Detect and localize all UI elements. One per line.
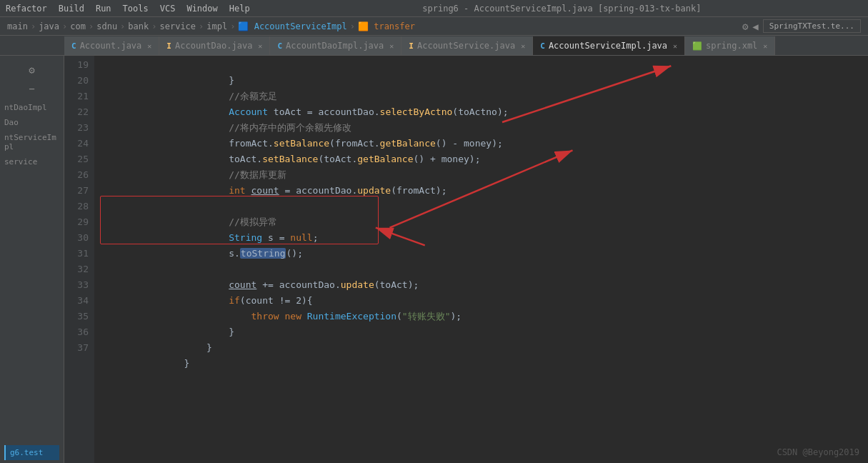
tab-bar: C Account.java ✕ I AccountDao.java ✕ C A… <box>0 36 868 56</box>
tab-close-icon[interactable]: ✕ <box>673 42 677 50</box>
sidebar: ⚙ − ntDaoImpl Dao ntServiceImpl service … <box>0 56 64 463</box>
breadcrumb-sdnu[interactable]: sdnu <box>96 21 117 31</box>
settings-icon[interactable]: ⚙ <box>24 61 41 79</box>
breadcrumb-method[interactable]: 🟧 transfer <box>358 21 415 31</box>
watermark: CSDN @Beyong2019 <box>777 447 859 457</box>
sidebar-item-g6test[interactable]: g6.test <box>4 445 59 460</box>
sidebar-item-service[interactable]: service <box>0 154 64 169</box>
code-line-22: //将内存中的两个余额先修改 <box>106 104 868 120</box>
tab-close-icon[interactable]: ✕ <box>521 42 525 50</box>
window-title: spring6 - AccountServiceImpl.java [sprin… <box>261 4 862 14</box>
code-line-29: String s = null; <box>106 214 868 230</box>
breadcrumb-service[interactable]: service <box>159 21 196 31</box>
code-line-24: toAct.setBalance(toAct.getBalance() + mo… <box>106 136 868 151</box>
tab-accountdaoimpl-java[interactable]: C AccountDaoImpl.java ✕ <box>270 36 401 55</box>
tab-close-icon[interactable]: ✕ <box>147 42 151 50</box>
tab-icon-c: C <box>71 41 76 51</box>
breadcrumb-right-area: ⚙ ◀ SpringTXTest.te... <box>742 19 861 33</box>
menu-item-help[interactable]: Help <box>229 4 250 14</box>
tab-accountserviceimpl-java[interactable]: C AccountServiceImpl.java ✕ <box>533 36 685 55</box>
breadcrumb-class[interactable]: 🟦 AccountServiceImpl <box>238 21 346 31</box>
tab-close-icon[interactable]: ✕ <box>763 42 767 50</box>
tab-accountdao-java[interactable]: I AccountDao.java ✕ <box>159 36 270 55</box>
navigation-icon[interactable]: ⚙ <box>742 21 748 32</box>
breadcrumb-java[interactable]: java <box>39 21 59 31</box>
breadcrumb-bar: main › java › com › sdnu › bank › servic… <box>0 17 868 36</box>
spring-tx-test-tab[interactable]: SpringTXTest.te... <box>763 19 861 33</box>
menu-item-window[interactable]: Window <box>186 4 217 14</box>
tab-label: AccountDaoImpl.java <box>286 41 384 51</box>
breadcrumb-main[interactable]: main <box>7 21 28 31</box>
code-line-32: count += accountDao.update(toAct); <box>106 262 868 277</box>
tab-close-icon[interactable]: ✕ <box>258 42 262 50</box>
menu-item-build[interactable]: Build <box>59 4 84 14</box>
sidebar-item-dao[interactable]: Dao <box>0 115 64 130</box>
code-line-28: //模拟异常 <box>106 199 868 214</box>
code-line-21: Account toAct = accountDao.selectByActno… <box>106 89 868 104</box>
code-line-35: } <box>106 309 868 324</box>
menu-item-tools[interactable]: Tools <box>123 4 149 14</box>
code-line-25: //数据库更新 <box>106 151 868 167</box>
code-area[interactable]: 19 20 21 22 23 24 25 26 27 28 29 30 31 3… <box>64 56 868 463</box>
code-line-26: int count = accountDao.update(fromAct); <box>106 167 868 183</box>
code-line-36: } <box>106 324 868 340</box>
tab-label: Account.java <box>80 41 142 51</box>
tab-icon-c: C <box>540 41 545 51</box>
code-line-19: } <box>106 57 868 73</box>
code-line-27 <box>106 183 868 199</box>
tab-label: AccountDao.java <box>175 41 252 51</box>
tab-label: spring.xml <box>706 41 757 51</box>
code-line-33: if(count != 2){ <box>106 277 868 293</box>
tab-icon-c: C <box>277 41 282 51</box>
menu-item-vcs[interactable]: VCS <box>160 4 176 14</box>
main-layout: ⚙ − ntDaoImpl Dao ntServiceImpl service … <box>0 56 868 463</box>
code-line-34: throw new RuntimeException("转账失败"); <box>106 293 868 309</box>
breadcrumb-bank[interactable]: bank <box>128 21 149 31</box>
code-line-23: fromAct.setBalance(fromAct.getBalance() … <box>106 120 868 136</box>
tab-icon-i: I <box>166 41 171 51</box>
tab-account-java[interactable]: C Account.java ✕ <box>64 36 159 55</box>
code-line-20: //余额充足 <box>106 73 868 89</box>
tab-close-icon[interactable]: ✕ <box>389 42 394 50</box>
back-icon[interactable]: ◀ <box>752 21 758 32</box>
breadcrumb-impl[interactable]: impl <box>206 21 227 31</box>
tab-spring-xml[interactable]: 🟩 spring.xml ✕ <box>685 36 775 55</box>
minus-icon[interactable]: − <box>24 80 41 97</box>
tab-accountservice-java[interactable]: I AccountService.java ✕ <box>401 36 533 55</box>
code-line-31 <box>106 246 868 262</box>
menu-item-run[interactable]: Run <box>96 4 111 14</box>
sidebar-item-ntdaoimpl[interactable]: ntDaoImpl <box>0 100 64 115</box>
tab-icon-i: I <box>409 41 414 51</box>
code-container: 19 20 21 22 23 24 25 26 27 28 29 30 31 3… <box>64 56 868 463</box>
tab-label: AccountService.java <box>417 41 515 51</box>
menu-bar: Refactor Build Run Tools VCS Window Help… <box>0 0 868 17</box>
code-line-37: } <box>106 340 868 356</box>
menu-item-refactor[interactable]: Refactor <box>6 4 47 14</box>
tab-icon-s: 🟩 <box>692 41 702 51</box>
sidebar-item-ntserviceimpl[interactable]: ntServiceImpl <box>0 130 64 154</box>
sidebar-icons: ⚙ − <box>0 59 64 100</box>
code-line-30: s.toString(); <box>106 230 868 246</box>
breadcrumb-com[interactable]: com <box>70 21 86 31</box>
tab-label: AccountServiceImpl.java <box>549 41 667 51</box>
line-numbers: 19 20 21 22 23 24 25 26 27 28 29 30 31 3… <box>64 56 94 463</box>
code-lines: } //余额充足 Account toAct = accountDao.sele… <box>94 56 868 463</box>
